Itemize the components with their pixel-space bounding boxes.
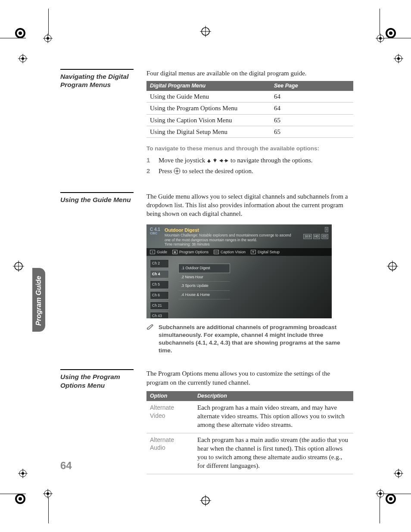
crop-mark-icon <box>380 498 380 523</box>
list-item: Ch 6 <box>150 291 169 299</box>
cc-badge: CC <box>321 234 328 239</box>
shot-description: Mountain Challenge: Notable explorers an… <box>165 233 298 242</box>
table-row: Using the Program Options Menu64 <box>146 103 353 114</box>
crop-mark-icon <box>387 261 398 272</box>
svg-point-47 <box>22 472 24 475</box>
section-navigating: Navigating the Digital Program Menus Fou… <box>60 69 353 177</box>
crop-mark-icon <box>0 494 26 494</box>
svg-point-23 <box>47 37 49 40</box>
list-item: .3 Sports Update <box>178 282 230 290</box>
crop-mark-icon <box>376 489 385 498</box>
arrow-down-icon <box>213 157 217 164</box>
svg-point-27 <box>379 37 382 40</box>
hd-badge: HD <box>313 234 320 239</box>
section-heading: Navigating the Digital Program Menus <box>60 69 134 177</box>
crop-mark-icon <box>18 54 28 63</box>
guide-menu-screenshot: C 4.1 CBC Outdoor Digest Mountain Challe… <box>146 224 332 318</box>
note-block: Subchannels are additional channels of p… <box>146 324 353 355</box>
svg-point-43 <box>379 492 382 495</box>
col-header: Option <box>146 391 194 401</box>
menu-reference-table: Digital Program MenuSee Page Using the G… <box>146 81 353 138</box>
shot-tab-digital-setup: ⚒Digital Setup <box>251 249 280 255</box>
section-program-options: Using the Program Options Menu The Progr… <box>60 369 353 474</box>
shot-network: CBC <box>150 232 160 236</box>
section-heading: Using the Guide Menu <box>60 192 134 355</box>
svg-point-35 <box>397 57 400 60</box>
list-item: .4 House & Home <box>178 291 230 299</box>
tools-icon: ⚒ <box>251 250 256 254</box>
side-tab-label: Program Guide <box>32 268 45 332</box>
list-item: Ch 5 <box>150 280 169 289</box>
shot-title: Outdoor Digest <box>165 227 298 233</box>
arrow-right-icon <box>224 157 229 164</box>
option-name: Alternate Video <box>146 401 194 433</box>
crop-mark-icon <box>394 54 403 63</box>
shot-subchannel-list: .1 Outdoor Digest .2 News Hour .3 Sports… <box>178 264 230 318</box>
table-row: Using the Caption Vision Menu65 <box>146 114 353 126</box>
svg-point-39 <box>47 492 49 495</box>
svg-point-31 <box>22 57 24 60</box>
crop-mark-icon <box>380 9 380 34</box>
crop-mark-icon <box>385 38 411 38</box>
shot-tab-program-options: ▦Program Options <box>172 249 209 255</box>
crop-mark-icon <box>43 34 53 43</box>
list-item: Ch 21 <box>150 302 169 310</box>
crop-mark-icon <box>48 498 49 523</box>
list-item: .2 News Hour <box>178 273 230 282</box>
instruction-lead: To navigate to these menus and through t… <box>146 145 353 152</box>
svg-point-1 <box>19 31 22 35</box>
section-heading: Using the Program Options Menu <box>60 369 134 474</box>
grid-icon: ▦ <box>172 250 177 254</box>
crop-mark-icon <box>385 494 411 494</box>
list-item: Ch 43 <box>150 312 169 318</box>
svg-point-53 <box>176 170 178 172</box>
crop-mark-icon <box>394 469 403 478</box>
step: 1 Move the joystick to navigate through … <box>146 155 353 165</box>
arrow-left-icon <box>219 157 223 164</box>
svg-point-3 <box>389 31 392 35</box>
list-item: Ch 2 <box>150 259 169 268</box>
table-row: Using the Digital Setup Menu65 <box>146 126 353 137</box>
step-number: 2 <box>146 167 153 177</box>
body-text: The Guide menu allows you to select digi… <box>146 192 353 218</box>
intro-text: Four digital menus are available on the … <box>146 69 353 78</box>
crop-mark-icon <box>200 26 211 37</box>
crop-mark-icon <box>13 261 24 272</box>
shot-channel-list: Ch 2 Ch 4 Ch 5 Ch 6 Ch 21 Ch 43 <box>150 259 169 318</box>
shot-tab-guide: ≡Guide <box>150 249 167 255</box>
crop-mark-icon <box>43 489 53 498</box>
col-header: See Page <box>271 81 353 91</box>
crop-mark-icon <box>376 34 385 43</box>
table-row: Alternate Audio Each program has a main … <box>146 433 353 474</box>
step-number: 1 <box>146 156 153 165</box>
option-desc: Each program has a main audio stream (th… <box>194 433 353 474</box>
list-icon: ≡ <box>150 250 155 254</box>
crop-mark-icon <box>0 38 26 38</box>
svg-point-5 <box>19 497 22 501</box>
crop-mark-icon <box>18 469 28 478</box>
body-text: The Program Options menu allows you to c… <box>146 369 353 387</box>
arrow-up-icon <box>207 157 211 164</box>
section-guide-menu: Using the Guide Menu The Guide menu allo… <box>60 192 353 355</box>
cc-icon: CC <box>214 250 219 254</box>
svg-point-7 <box>389 497 392 501</box>
step: 2 Press to select the desired option. <box>146 166 353 177</box>
option-name: Alternate Audio <box>146 433 194 474</box>
list-item: Ch 4 <box>150 270 169 278</box>
info-icon: i <box>325 227 328 232</box>
note-icon <box>146 324 154 355</box>
crop-mark-icon <box>200 495 211 506</box>
options-table: OptionDescription Alternate Video Each p… <box>146 391 353 474</box>
col-header: Description <box>194 391 353 401</box>
table-row: Alternate Video Each program has a main … <box>146 401 353 433</box>
shot-badge-group: i 16:9 HD CC <box>303 227 328 239</box>
shot-time-remaining: Time remaining: 38 minutes <box>165 242 298 246</box>
list-item: .1 Outdoor Digest <box>178 264 230 273</box>
svg-point-51 <box>397 472 400 475</box>
shot-tab-caption-vision: CCCaption Vision <box>214 249 246 255</box>
option-desc: Each program has a main video stream, an… <box>194 401 353 433</box>
table-row: Using the Guide Menu64 <box>146 91 353 103</box>
crop-mark-icon <box>48 9 49 34</box>
aspect-badge: 16:9 <box>303 234 312 239</box>
select-button-icon <box>174 168 181 177</box>
